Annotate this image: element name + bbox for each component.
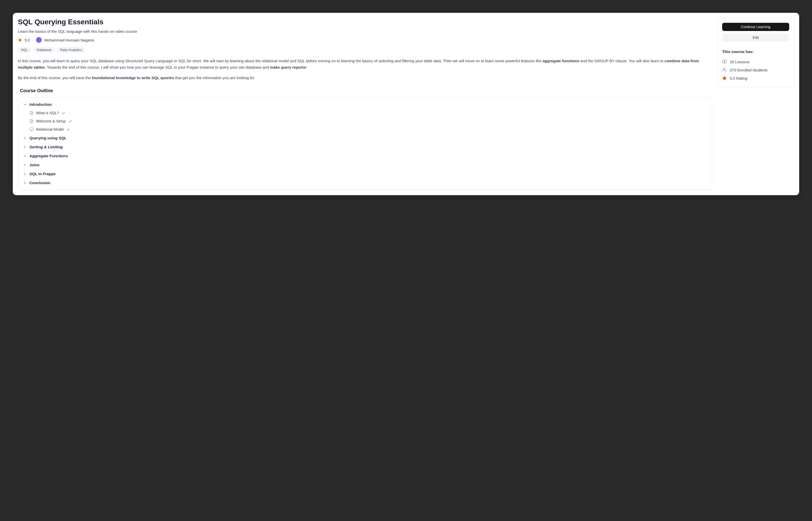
chevron-right-icon xyxy=(23,172,27,176)
edit-button[interactable]: Edit xyxy=(722,33,789,42)
chapter-title: Conclusion xyxy=(29,181,50,185)
chevron-down-icon xyxy=(23,103,27,107)
lesson-row[interactable]: Welcome & Setup xyxy=(18,117,712,125)
stat-lessons: 20 Lessons xyxy=(722,58,789,66)
rating-value: 5.0 xyxy=(25,38,30,42)
chapter-title: SQL in Frappe xyxy=(29,172,55,176)
instructor-avatar[interactable] xyxy=(36,37,42,43)
tag[interactable]: SQL xyxy=(18,47,31,53)
instructor-name[interactable]: Mohammad Hussain Nagaria xyxy=(44,38,94,42)
tag[interactable]: Database xyxy=(33,47,54,53)
check-icon xyxy=(66,128,70,131)
main-content: SQL Querying Essentials Learn the basics… xyxy=(18,18,712,190)
dot-separator: · xyxy=(32,38,33,42)
svg-rect-4 xyxy=(30,128,33,130)
sidebar-card: Continue Learning Edit This course has: … xyxy=(717,18,794,87)
chapter-row[interactable]: Aggregate Functions xyxy=(18,151,712,160)
description-paragraph-1: In this course, you will learn to query … xyxy=(18,58,712,71)
chapter-title: Aggregate Functions xyxy=(29,154,68,158)
check-icon xyxy=(62,111,65,115)
svg-point-7 xyxy=(723,68,725,70)
monitor-icon xyxy=(29,127,33,131)
tag[interactable]: Data Analytics xyxy=(57,47,85,53)
sidebar-heading: This course has: xyxy=(722,49,789,54)
chapter-row[interactable]: Conclusion xyxy=(18,178,712,187)
description-paragraph-2: By the end of this course, you will have… xyxy=(18,75,712,81)
course-card: SQL Querying Essentials Learn the basics… xyxy=(13,13,799,195)
chapter-title: Introduction xyxy=(29,102,52,107)
chapter-row[interactable]: SQL in Frappe xyxy=(18,169,712,178)
star-icon xyxy=(18,38,22,42)
chapter-title: Querying using SQL xyxy=(29,136,67,140)
course-title: SQL Querying Essentials xyxy=(18,18,712,26)
stat-students: 570 Enrolled Students xyxy=(722,66,789,74)
lesson-title: Relational Model xyxy=(36,127,64,131)
tags-row: SQLDatabaseData Analytics xyxy=(18,47,712,53)
outline-title: Course Outline xyxy=(18,88,712,93)
users-icon xyxy=(722,68,727,72)
book-icon xyxy=(722,60,727,64)
course-subtitle: Learn the basics of the SQL language wit… xyxy=(18,29,712,33)
chevron-right-icon xyxy=(23,136,27,140)
chapter-row[interactable]: Querying using SQL xyxy=(18,133,712,142)
chevron-right-icon xyxy=(23,181,27,185)
star-icon xyxy=(722,76,727,81)
meta-row: 5.0 · Mohammad Hussain Nagaria xyxy=(18,37,712,43)
stat-rating-text: 5.0 Rating xyxy=(730,76,747,81)
chapter-title: Sorting & Limiting xyxy=(29,145,63,149)
chevron-right-icon xyxy=(23,145,27,149)
continue-learning-button[interactable]: Continue Learning xyxy=(722,23,789,31)
lesson-title: Welcome & Setup xyxy=(36,119,66,123)
stat-lessons-text: 20 Lessons xyxy=(730,60,749,64)
stat-rating: 5.0 Rating xyxy=(722,74,789,82)
sidebar: Continue Learning Edit This course has: … xyxy=(717,18,794,190)
lesson-row[interactable]: What is SQL? xyxy=(18,109,712,117)
outline-box: IntroductionWhat is SQL?Welcome & SetupR… xyxy=(18,97,712,190)
file-text-icon xyxy=(29,119,33,123)
chevron-right-icon xyxy=(23,154,27,158)
chevron-right-icon xyxy=(23,163,27,167)
chapter-row[interactable]: Sorting & Limiting xyxy=(18,142,712,151)
check-icon xyxy=(68,119,72,123)
chapter-row[interactable]: Joins xyxy=(18,160,712,169)
lesson-row[interactable]: Relational Model xyxy=(18,125,712,133)
file-text-icon xyxy=(29,111,33,115)
stat-students-text: 570 Enrolled Students xyxy=(730,68,768,72)
chapter-row[interactable]: Introduction xyxy=(18,100,712,109)
lesson-title: What is SQL? xyxy=(36,111,59,115)
chapter-title: Joins xyxy=(29,163,40,167)
